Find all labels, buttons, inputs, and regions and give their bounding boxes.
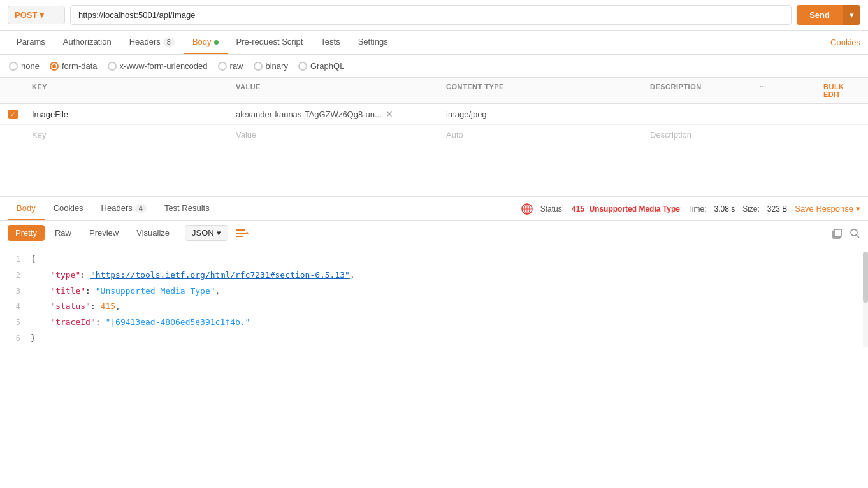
auto-input-empty[interactable]: Auto (440, 125, 644, 145)
globe-icon (521, 203, 533, 215)
radio-form-data[interactable]: form-data (50, 61, 98, 71)
json-line-6: 6 } (5, 331, 868, 347)
tab-response-headers[interactable]: Headers4 (92, 197, 156, 220)
svg-point-9 (851, 229, 857, 236)
search-icon[interactable] (849, 227, 860, 239)
value-text: alexander-kaunas-TAgGZWz6Qg8-un... (236, 110, 382, 119)
radio-none-circle (9, 62, 18, 71)
content-type-header: CONTENT TYPE (440, 78, 644, 103)
value-header: VALUE (229, 78, 440, 103)
tab-headers[interactable]: Headers8 (120, 31, 184, 54)
tab-settings[interactable]: Settings (349, 31, 397, 54)
tab-tests[interactable]: Tests (312, 31, 349, 54)
format-type-dropdown[interactable]: JSON ▾ (185, 225, 228, 241)
radio-graphql[interactable]: GraphQL (298, 61, 344, 71)
send-button-group: Send ▾ (797, 5, 860, 25)
json-key-status: "status" (31, 300, 90, 313)
more-options-header: ··· (753, 78, 817, 103)
format-tab-pretty[interactable]: Pretty (8, 225, 45, 241)
json-link-type[interactable]: "https://tools.ietf.org/html/rfc7231#sec… (90, 269, 350, 282)
line-num-4: 4 (5, 301, 31, 313)
json-line-5: 5 "traceId" : "|69413ead-4806ed5e391c1f4… (5, 315, 868, 331)
size-value: 323 B (767, 205, 787, 213)
line-num-2: 2 (5, 269, 31, 282)
json-val-traceid: "|69413ead-4806ed5e391c1f4b." (105, 316, 250, 329)
table-row: ✓ ImageFile alexander-kaunas-TAgGZWz6Qg8… (0, 104, 868, 125)
radio-binary-circle (254, 62, 263, 71)
json-line-4: 4 "status" : 415 , (5, 299, 868, 315)
key-cell[interactable]: ImageFile (25, 104, 229, 124)
tab-test-results[interactable]: Test Results (156, 197, 219, 220)
headers-badge: 8 (163, 38, 175, 47)
radio-form-data-circle (50, 62, 59, 71)
response-section: Body Cookies Headers4 Test Results Statu… (0, 197, 868, 353)
form-data-table: KEY VALUE CONTENT TYPE DESCRIPTION ··· B… (0, 78, 868, 145)
radio-raw[interactable]: raw (218, 61, 243, 71)
line-num-1: 1 (5, 254, 31, 266)
tab-body[interactable]: Body (184, 31, 228, 54)
line-num-5: 5 (5, 317, 31, 329)
clear-value-icon[interactable]: ✕ (386, 109, 393, 119)
body-options-row: none form-data x-www-form-urlencoded raw… (0, 55, 868, 78)
radio-none-label: none (21, 61, 40, 71)
desc-input-empty[interactable]: Description (644, 125, 753, 145)
key-input-empty[interactable]: Key (25, 125, 229, 145)
row-checkbox[interactable]: ✓ (8, 110, 18, 119)
copy-icon[interactable] (831, 227, 843, 239)
tab-response-cookies[interactable]: Cookies (45, 197, 92, 220)
status-info: Status: 415 Unsupported Media Type Time:… (521, 203, 860, 215)
method-label: POST (15, 10, 37, 20)
line-num-6: 6 (5, 333, 31, 345)
svg-line-10 (857, 235, 859, 238)
format-tab-raw[interactable]: Raw (47, 225, 79, 241)
radio-urlencoded-circle (108, 62, 117, 71)
json-key-title: "title" (31, 285, 85, 298)
json-response-area: 1 { 2 "type" : "https://tools.ietf.org/h… (0, 245, 868, 353)
tab-response-body[interactable]: Body (8, 197, 45, 220)
format-tab-preview[interactable]: Preview (82, 225, 126, 241)
time-label: Time: (688, 205, 707, 213)
tab-authorization[interactable]: Authorization (54, 31, 120, 54)
radio-urlencoded[interactable]: x-www-form-urlencoded (108, 61, 208, 71)
save-response-button[interactable]: Save Response ▾ (795, 204, 860, 213)
request-tabs: Params Authorization Headers8 Body Pre-r… (0, 31, 868, 55)
radio-none[interactable]: none (9, 61, 40, 71)
tab-params[interactable]: Params (8, 31, 54, 54)
tab-pre-request[interactable]: Pre-request Script (228, 31, 312, 54)
format-row-right (831, 227, 860, 239)
svg-rect-8 (834, 229, 841, 237)
scrollbar-thumb[interactable] (863, 252, 868, 303)
radio-form-data-label: form-data (62, 61, 98, 71)
status-code: 415 Unsupported Media Type (572, 205, 680, 213)
radio-urlencoded-label: x-www-form-urlencoded (120, 61, 208, 71)
radio-raw-circle (218, 62, 227, 71)
method-selector[interactable]: POST ▾ (8, 6, 65, 24)
radio-graphql-label: GraphQL (310, 61, 344, 71)
radio-graphql-circle (298, 62, 307, 71)
value-cell: alexander-kaunas-TAgGZWz6Qg8-un... ✕ (229, 104, 440, 124)
format-tab-visualize[interactable]: Visualize (129, 225, 177, 241)
top-bar: POST ▾ Send ▾ (0, 0, 868, 31)
bulk-edit-header[interactable]: Bulk Edit (817, 78, 868, 103)
radio-raw-label: raw (230, 61, 243, 71)
value-input-empty[interactable]: Value (229, 125, 440, 145)
row-extra-cell (817, 109, 868, 119)
send-arrow-button[interactable]: ▾ (843, 5, 860, 25)
json-key-type: "type" (31, 269, 80, 282)
table-header: KEY VALUE CONTENT TYPE DESCRIPTION ··· B… (0, 78, 868, 104)
description-cell[interactable] (644, 109, 753, 119)
row-more-cell (753, 109, 817, 119)
json-val-title: "Unsupported Media Type" (96, 285, 215, 298)
send-button[interactable]: Send (797, 5, 843, 25)
wrap-lines-icon (236, 228, 249, 238)
format-row: Pretty Raw Preview Visualize JSON ▾ (0, 221, 868, 245)
content-type-cell[interactable]: image/jpeg (440, 104, 644, 124)
scrollbar-track[interactable] (863, 252, 868, 347)
line-num-3: 3 (5, 285, 31, 298)
time-value: 3.08 s (714, 205, 735, 213)
url-input[interactable] (70, 5, 792, 25)
cookies-link[interactable]: Cookies (830, 38, 860, 47)
radio-binary[interactable]: binary (254, 61, 288, 71)
row-checkbox-cell[interactable]: ✓ (0, 104, 25, 124)
wrap-icon[interactable] (236, 228, 249, 238)
